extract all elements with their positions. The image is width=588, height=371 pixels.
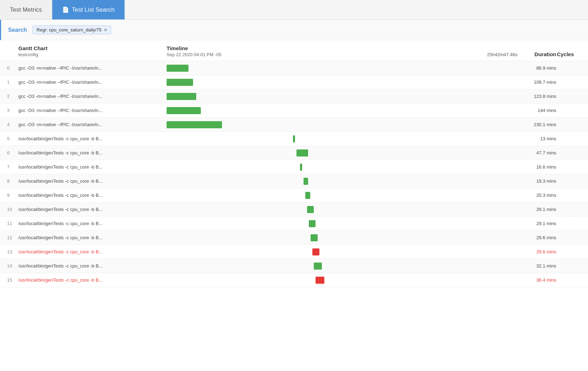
table-row[interactable]: 15 /usr/local/bin/genTests -c cpu_core -… bbox=[0, 273, 588, 287]
table-row[interactable]: 14 /usr/local/bin/genTests -c cpu_core -… bbox=[0, 259, 588, 273]
row-timeline bbox=[167, 118, 517, 131]
row-duration: 32.1 mins bbox=[517, 263, 556, 269]
gantt-bar bbox=[312, 248, 320, 255]
row-cycles: · bbox=[556, 193, 581, 198]
gantt-bar bbox=[314, 263, 322, 270]
row-duration: 16.6 mins bbox=[517, 164, 556, 170]
table-row[interactable]: 8 /usr/local/bin/genTests -c cpu_core -b… bbox=[0, 174, 588, 188]
row-index: 7 bbox=[7, 164, 18, 170]
row-timeline bbox=[167, 61, 517, 75]
search-bar: Search Regr: cpu_core_saturn_daily/75 ✕ bbox=[0, 20, 588, 40]
gantt-chart-label: Gantt Chart bbox=[18, 45, 167, 51]
gantt-bar bbox=[305, 192, 310, 199]
gantt-bar bbox=[309, 220, 316, 227]
row-duration: 86.9 mins bbox=[517, 65, 556, 71]
table-row[interactable]: 3 gcc -O3 -m=native --fPIC -I/usr/share/… bbox=[0, 104, 588, 118]
row-timeline bbox=[167, 104, 517, 117]
row-cycles: · bbox=[556, 94, 581, 99]
row-timeline bbox=[167, 245, 517, 259]
row-config: gcc -O3 -m=native --fPIC -I/usr/share/in… bbox=[18, 108, 167, 113]
row-config: /usr/local/bin/genTests -c cpu_core -b B… bbox=[18, 249, 167, 254]
row-cycles: · bbox=[556, 122, 581, 127]
row-cycles: · bbox=[556, 65, 581, 71]
tab-icon: 📄 bbox=[62, 6, 69, 13]
table-row[interactable]: 0 gcc -O3 -m=native --fPIC -I/usr/share/… bbox=[0, 61, 588, 75]
row-config: /usr/local/bin/genTests -c cpu_core -b B… bbox=[18, 178, 167, 184]
table-row[interactable]: 5 /usr/local/bin/genTests -c cpu_core -b… bbox=[0, 132, 588, 146]
row-config: /usr/local/bin/genTests -c cpu_core -b B… bbox=[18, 277, 167, 283]
row-cycles: · bbox=[556, 164, 581, 170]
row-config: /usr/local/bin/genTests -c cpu_core -b B… bbox=[18, 193, 167, 198]
close-icon[interactable]: ✕ bbox=[104, 28, 107, 33]
row-duration: 36.4 mins bbox=[517, 277, 556, 283]
row-timeline bbox=[167, 174, 517, 188]
row-cycles: · bbox=[556, 249, 581, 254]
row-timeline bbox=[167, 202, 517, 216]
gantt-rows: 0 gcc -O3 -m=native --fPIC -I/usr/share/… bbox=[0, 61, 588, 287]
row-duration: 29.6 mins bbox=[517, 249, 556, 254]
row-index: 14 bbox=[7, 263, 18, 269]
row-timeline bbox=[167, 231, 517, 245]
row-cycles: · bbox=[556, 80, 581, 85]
cycles-header: Cycles bbox=[556, 51, 581, 57]
gantt-bar bbox=[307, 206, 314, 213]
search-tag-text: Regr: cpu_core_saturn_daily/75 bbox=[36, 27, 101, 33]
row-index: 2 bbox=[7, 94, 18, 99]
table-row[interactable]: 10 /usr/local/bin/genTests -c cpu_core -… bbox=[0, 202, 588, 217]
row-index: 1 bbox=[7, 80, 18, 85]
row-config: /usr/local/bin/genTests -c cpu_core -b B… bbox=[18, 136, 167, 141]
table-row[interactable]: 7 /usr/local/bin/genTests -c cpu_core -b… bbox=[0, 160, 588, 174]
row-index: 4 bbox=[7, 122, 18, 127]
gantt-chart-sub: testconfig bbox=[18, 52, 167, 57]
tab-test-list-search[interactable]: 📄 Test List Search bbox=[52, 0, 125, 19]
row-index: 5 bbox=[7, 136, 18, 141]
row-config: gcc -O3 -m=native --fPIC -I/usr/share/in… bbox=[18, 122, 167, 127]
tab-test-metrics[interactable]: Test Metrics bbox=[0, 0, 52, 19]
row-index: 3 bbox=[7, 108, 18, 113]
row-config: /usr/local/bin/genTests -c cpu_core -b B… bbox=[18, 263, 167, 269]
table-row[interactable]: 1 gcc -O3 -m=native --fPIC -I/usr/share/… bbox=[0, 75, 588, 89]
table-row[interactable]: 9 /usr/local/bin/genTests -c cpu_core -b… bbox=[0, 188, 588, 202]
gantt-bar bbox=[311, 234, 318, 241]
row-duration: 230.1 mins bbox=[517, 122, 556, 127]
row-duration: 29.1 mins bbox=[517, 207, 556, 212]
gantt-bar bbox=[293, 135, 295, 142]
row-cycles: · bbox=[556, 136, 581, 141]
table-row[interactable]: 2 gcc -O3 -m=native --fPIC -I/usr/share/… bbox=[0, 89, 588, 104]
gantt-bar bbox=[167, 65, 188, 72]
row-timeline bbox=[167, 160, 517, 174]
row-timeline bbox=[167, 259, 517, 273]
gantt-bar bbox=[167, 93, 196, 100]
search-tag-0: Regr: cpu_core_saturn_daily/75 ✕ bbox=[32, 25, 111, 34]
table-row[interactable]: 13 /usr/local/bin/genTests -c cpu_core -… bbox=[0, 245, 588, 259]
row-timeline bbox=[167, 146, 517, 160]
row-duration: 29.6 mins bbox=[517, 235, 556, 240]
timeline-sub: Sep 22 2020 04:01 PM -05 bbox=[167, 52, 221, 57]
gantt-bar bbox=[167, 107, 201, 114]
row-index: 8 bbox=[7, 178, 18, 184]
row-duration: 20.3 mins bbox=[517, 193, 556, 198]
table-row[interactable]: 11 /usr/local/bin/genTests -c cpu_core -… bbox=[0, 217, 588, 231]
row-timeline bbox=[167, 89, 517, 103]
table-row[interactable]: 6 /usr/local/bin/genTests -c cpu_core -b… bbox=[0, 146, 588, 160]
row-config: /usr/local/bin/genTests -c cpu_core -b B… bbox=[18, 207, 167, 212]
row-index: 0 bbox=[7, 65, 18, 71]
row-cycles: · bbox=[556, 263, 581, 269]
row-cycles: · bbox=[556, 108, 581, 113]
row-config: /usr/local/bin/genTests -c cpu_core -b B… bbox=[18, 221, 167, 226]
gantt-bar bbox=[300, 164, 302, 171]
tab-test-list-search-label: Test List Search bbox=[72, 6, 115, 13]
timeline-end: 25h42m47.46s bbox=[487, 52, 517, 57]
duration-header: Duration bbox=[517, 51, 556, 57]
table-row[interactable]: 12 /usr/local/bin/genTests -c cpu_core -… bbox=[0, 231, 588, 245]
row-cycles: · bbox=[556, 150, 581, 155]
row-timeline bbox=[167, 188, 517, 202]
gantt-header-row: Gantt Chart testconfig Timeline Sep 22 2… bbox=[0, 40, 588, 61]
row-config: /usr/local/bin/genTests -c cpu_core -b B… bbox=[18, 164, 167, 170]
table-row[interactable]: 4 gcc -O3 -m=native --fPIC -I/usr/share/… bbox=[0, 118, 588, 132]
timeline-label: Timeline bbox=[167, 45, 221, 51]
row-cycles: · bbox=[556, 277, 581, 283]
gantt-chart-header: Gantt Chart testconfig bbox=[18, 45, 167, 57]
timeline-header: Timeline Sep 22 2020 04:01 PM -05 25h42m… bbox=[167, 45, 517, 57]
tab-test-metrics-label: Test Metrics bbox=[10, 6, 42, 13]
